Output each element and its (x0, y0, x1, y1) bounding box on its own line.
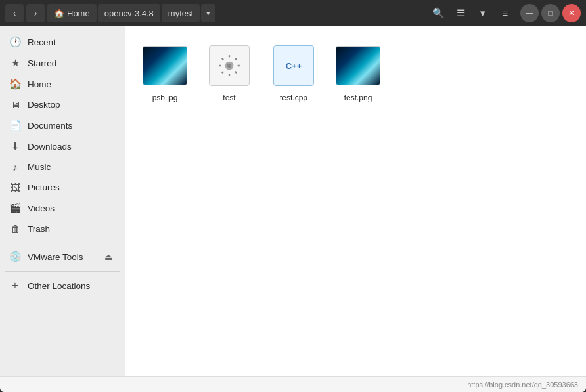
sidebar-item-documents[interactable]: 📄 Documents (0, 115, 125, 136)
sidebar-item-pictures[interactable]: 🖼 Pictures (0, 177, 125, 198)
sidebar-label-home: Home (28, 79, 51, 89)
sidebar-label-desktop: Desktop (28, 100, 60, 110)
sidebar-item-music[interactable]: ♪ Music (0, 157, 125, 177)
file-area: psb.jpg test (125, 26, 586, 376)
statusbar-link: https://blog.csdn.net/qq_30593663 (467, 381, 578, 389)
sidebar-label-starred: Starred (28, 58, 56, 68)
sidebar-label-pictures: Pictures (28, 183, 60, 192)
maximize-button[interactable]: □ (541, 4, 560, 22)
titlebar: ‹ › 🏠 Home opencv-3.4.8 mytest ▾ 🔍 ☰ ▾ ≡… (0, 0, 586, 26)
search-button[interactable]: 🔍 (428, 3, 448, 23)
vmware-disc-icon: 💿 (9, 251, 21, 263)
sidebar-label-downloads: Downloads (28, 142, 72, 152)
breadcrumb-home[interactable]: 🏠 Home (47, 4, 97, 22)
sidebar-item-trash[interactable]: 🗑 Trash (0, 219, 125, 239)
sidebar: 🕐 Recent ★ Starred 🏠 Home 🖥 Desktop 📄 Do… (0, 26, 125, 376)
file-icon-wrapper-cpp: C++ (270, 42, 317, 89)
sidebar-item-downloads[interactable]: ⬇ Downloads (0, 136, 125, 157)
main-window: ‹ › 🏠 Home opencv-3.4.8 mytest ▾ 🔍 ☰ ▾ ≡… (0, 0, 586, 392)
file-icon-wrapper-test (206, 42, 253, 89)
videos-icon: 🎬 (9, 202, 21, 214)
window-controls: — □ ✕ (520, 4, 581, 22)
file-icon-gear (209, 45, 250, 86)
file-item-test[interactable]: test (200, 37, 259, 108)
file-thumbnail-png (336, 46, 380, 85)
breadcrumb-mytest[interactable]: mytest (162, 4, 200, 22)
thumb-png-image (336, 47, 380, 85)
file-name-testcpp: test.cpp (280, 93, 307, 102)
view-options-dropdown[interactable]: ▾ (473, 3, 493, 23)
sidebar-item-other-locations[interactable]: + Other Locations (0, 274, 125, 297)
sidebar-item-desktop[interactable]: 🖥 Desktop (0, 95, 125, 115)
file-icon-wrapper-png (334, 42, 382, 89)
sidebar-label-vmware: VMware Tools (28, 252, 83, 262)
home-icon: 🏠 (54, 9, 64, 18)
documents-icon: 📄 (9, 120, 21, 131)
file-icon-wrapper-psb (141, 42, 189, 89)
statusbar: https://blog.csdn.net/qq_30593663 (0, 376, 586, 392)
sidebar-label-recent: Recent (28, 37, 56, 47)
sidebar-item-vmware[interactable]: 💿 VMware Tools ⏏ (0, 245, 125, 269)
sidebar-item-starred[interactable]: ★ Starred (0, 53, 125, 74)
sidebar-divider2 (5, 271, 120, 272)
thumb-psb-image (143, 47, 187, 85)
starred-icon: ★ (9, 57, 21, 69)
pictures-icon: 🖼 (9, 182, 21, 193)
other-locations-icon: + (9, 279, 21, 292)
cpp-label: C++ (286, 61, 302, 71)
breadcrumb-opencv[interactable]: opencv-3.4.8 (98, 4, 160, 22)
sidebar-label-videos: Videos (28, 204, 55, 213)
sidebar-label-music: Music (28, 162, 51, 172)
sidebar-item-videos[interactable]: 🎬 Videos (0, 198, 125, 219)
file-name-test: test (223, 93, 235, 102)
sidebar-label-documents: Documents (28, 121, 72, 131)
sidebar-item-recent[interactable]: 🕐 Recent (0, 32, 125, 53)
sidebar-divider (5, 242, 120, 242)
menu-button[interactable]: ≡ (495, 3, 515, 23)
breadcrumb-dropdown-button[interactable]: ▾ (201, 4, 215, 22)
breadcrumb-mytest-label: mytest (168, 9, 193, 18)
file-name-psb: psb.jpg (152, 93, 178, 102)
home-nav-icon: 🏠 (9, 78, 21, 90)
back-button[interactable]: ‹ (5, 4, 24, 22)
file-item-testpng[interactable]: test.png (328, 37, 388, 108)
home-label: Home (67, 9, 90, 18)
forward-button[interactable]: › (26, 4, 45, 22)
vmware-eject-button[interactable]: ⏏ (101, 250, 116, 264)
recent-icon: 🕐 (9, 36, 21, 48)
desktop-icon: 🖥 (9, 99, 21, 110)
content-area: 🕐 Recent ★ Starred 🏠 Home 🖥 Desktop 📄 Do… (0, 26, 586, 376)
file-name-testpng: test.png (344, 93, 372, 102)
sidebar-label-other-locations: Other Locations (28, 281, 90, 291)
file-thumbnail-psb (143, 46, 187, 85)
sidebar-item-home[interactable]: 🏠 Home (0, 74, 125, 95)
close-button[interactable]: ✕ (562, 4, 581, 22)
downloads-icon: ⬇ (9, 141, 21, 152)
list-view-button[interactable]: ☰ (451, 3, 470, 23)
music-icon: ♪ (9, 162, 21, 173)
sidebar-label-trash: Trash (28, 224, 50, 234)
header-actions: 🔍 ☰ ▾ ≡ (428, 3, 515, 23)
svg-point-1 (227, 64, 231, 68)
breadcrumb: 🏠 Home opencv-3.4.8 mytest ▾ (47, 4, 426, 22)
file-item-testcpp[interactable]: C++ test.cpp (264, 37, 323, 108)
vmware-label-area: 💿 VMware Tools (9, 251, 101, 263)
file-icon-cpp: C++ (273, 45, 314, 86)
file-item-psb[interactable]: psb.jpg (135, 37, 194, 108)
minimize-button[interactable]: — (520, 4, 539, 22)
breadcrumb-opencv-label: opencv-3.4.8 (104, 9, 154, 18)
trash-icon: 🗑 (9, 223, 21, 234)
